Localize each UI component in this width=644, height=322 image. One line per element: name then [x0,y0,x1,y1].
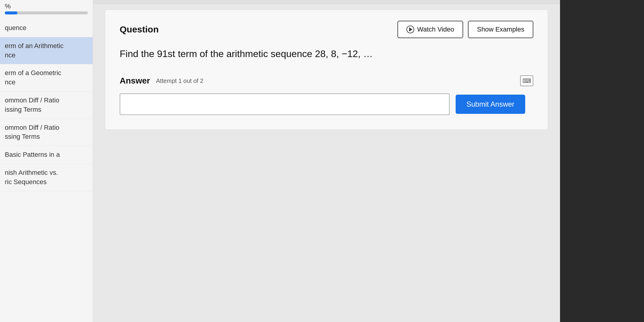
main-content: Question Watch Video Show Examples Find … [93,0,560,322]
progress-bar-fill [5,11,17,14]
show-examples-label: Show Examples [477,26,524,33]
watch-video-button[interactable]: Watch Video [397,21,463,38]
question-label: Question [120,24,159,35]
header-buttons: Watch Video Show Examples [397,21,533,38]
question-card: Question Watch Video Show Examples Find … [105,10,548,130]
question-text: Find the 91st term of the arithmetic seq… [120,47,533,61]
attempt-text: Attempt 1 out of 2 [156,77,203,84]
progress-container: % [0,0,93,14]
answer-header: Answer Attempt 1 out of 2 [120,75,533,86]
sidebar-item-term-geometric-label: erm of a Geometricnce [5,69,61,86]
sidebar-item-arithmetic-vs-geometric[interactable]: nish Arithmetic vs.ric Sequences [0,164,93,191]
sidebar-item-common-diff-ratio-1-label: ommon Diff / Ratioissing Terms [5,96,59,113]
answer-input-wrapper: Submit Answer [120,93,533,115]
sidebar-item-term-arithmetic-label: erm of an Arithmeticnce [5,42,64,59]
play-icon [406,26,414,33]
sidebar-item-sequence-label: quence [5,24,26,32]
keyboard-button[interactable] [520,75,533,86]
answer-input[interactable] [120,93,450,115]
watch-video-label: Watch Video [417,26,454,33]
submit-answer-button[interactable]: Submit Answer [456,95,525,114]
progress-label: % [5,2,88,10]
sidebar-item-sequence[interactable]: quence [0,19,93,37]
sidebar-item-term-geometric[interactable]: erm of a Geometricnce [0,64,93,92]
sidebar-item-basic-patterns-label: Basic Patterns in a [5,151,60,158]
answer-section: Answer Attempt 1 out of 2 Submit Answer [120,75,533,115]
sidebar-item-common-diff-ratio-2-label: ommon Diff / Ratiossing Terms [5,124,59,141]
sidebar-item-common-diff-ratio-1[interactable]: ommon Diff / Ratioissing Terms [0,92,93,119]
question-header: Question Watch Video Show Examples [120,21,533,38]
show-examples-button[interactable]: Show Examples [468,21,533,38]
right-panel [560,0,644,322]
sidebar-item-basic-patterns[interactable]: Basic Patterns in a [0,146,93,164]
sidebar-item-common-diff-ratio-2[interactable]: ommon Diff / Ratiossing Terms [0,119,93,146]
answer-label: Answer [120,76,150,86]
top-progress-bar [93,0,560,4]
sidebar-item-term-arithmetic[interactable]: erm of an Arithmeticnce [0,37,93,65]
progress-bar-background [5,11,88,14]
sidebar-item-arithmetic-vs-geometric-label: nish Arithmetic vs.ric Sequences [5,169,58,186]
sidebar: % quence erm of an Arithmeticnce erm of … [0,0,93,322]
